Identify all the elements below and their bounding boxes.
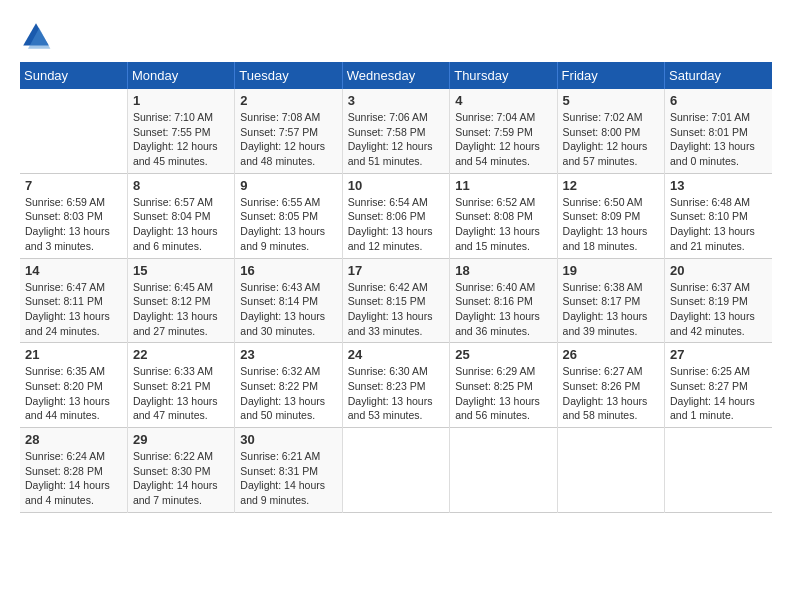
calendar-week-row: 28Sunrise: 6:24 AM Sunset: 8:28 PM Dayli… — [20, 428, 772, 513]
calendar-cell: 21Sunrise: 6:35 AM Sunset: 8:20 PM Dayli… — [20, 343, 127, 428]
day-number: 18 — [455, 263, 551, 278]
day-number: 17 — [348, 263, 444, 278]
calendar-table: SundayMondayTuesdayWednesdayThursdayFrid… — [20, 62, 772, 513]
day-info: Sunrise: 6:57 AM Sunset: 8:04 PM Dayligh… — [133, 195, 229, 254]
header-day-thursday: Thursday — [450, 62, 557, 89]
day-info: Sunrise: 6:22 AM Sunset: 8:30 PM Dayligh… — [133, 449, 229, 508]
calendar-cell: 3Sunrise: 7:06 AM Sunset: 7:58 PM Daylig… — [342, 89, 449, 173]
day-info: Sunrise: 6:37 AM Sunset: 8:19 PM Dayligh… — [670, 280, 767, 339]
day-number: 4 — [455, 93, 551, 108]
day-number: 7 — [25, 178, 122, 193]
calendar-cell: 22Sunrise: 6:33 AM Sunset: 8:21 PM Dayli… — [127, 343, 234, 428]
day-info: Sunrise: 6:40 AM Sunset: 8:16 PM Dayligh… — [455, 280, 551, 339]
day-info: Sunrise: 6:42 AM Sunset: 8:15 PM Dayligh… — [348, 280, 444, 339]
calendar-week-row: 7Sunrise: 6:59 AM Sunset: 8:03 PM Daylig… — [20, 173, 772, 258]
day-number: 8 — [133, 178, 229, 193]
calendar-header-row: SundayMondayTuesdayWednesdayThursdayFrid… — [20, 62, 772, 89]
day-number: 25 — [455, 347, 551, 362]
day-number: 23 — [240, 347, 336, 362]
calendar-cell: 8Sunrise: 6:57 AM Sunset: 8:04 PM Daylig… — [127, 173, 234, 258]
calendar-cell: 16Sunrise: 6:43 AM Sunset: 8:14 PM Dayli… — [235, 258, 342, 343]
day-info: Sunrise: 7:02 AM Sunset: 8:00 PM Dayligh… — [563, 110, 659, 169]
calendar-cell — [665, 428, 772, 513]
calendar-cell: 14Sunrise: 6:47 AM Sunset: 8:11 PM Dayli… — [20, 258, 127, 343]
calendar-cell: 30Sunrise: 6:21 AM Sunset: 8:31 PM Dayli… — [235, 428, 342, 513]
calendar-week-row: 14Sunrise: 6:47 AM Sunset: 8:11 PM Dayli… — [20, 258, 772, 343]
day-number: 22 — [133, 347, 229, 362]
calendar-cell: 1Sunrise: 7:10 AM Sunset: 7:55 PM Daylig… — [127, 89, 234, 173]
day-info: Sunrise: 6:52 AM Sunset: 8:08 PM Dayligh… — [455, 195, 551, 254]
calendar-cell: 27Sunrise: 6:25 AM Sunset: 8:27 PM Dayli… — [665, 343, 772, 428]
calendar-cell: 12Sunrise: 6:50 AM Sunset: 8:09 PM Dayli… — [557, 173, 664, 258]
day-number: 5 — [563, 93, 659, 108]
day-info: Sunrise: 6:55 AM Sunset: 8:05 PM Dayligh… — [240, 195, 336, 254]
day-number: 21 — [25, 347, 122, 362]
header-day-tuesday: Tuesday — [235, 62, 342, 89]
calendar-week-row: 1Sunrise: 7:10 AM Sunset: 7:55 PM Daylig… — [20, 89, 772, 173]
day-number: 26 — [563, 347, 659, 362]
day-number: 27 — [670, 347, 767, 362]
day-info: Sunrise: 6:59 AM Sunset: 8:03 PM Dayligh… — [25, 195, 122, 254]
header-day-friday: Friday — [557, 62, 664, 89]
calendar-cell: 4Sunrise: 7:04 AM Sunset: 7:59 PM Daylig… — [450, 89, 557, 173]
calendar-cell — [450, 428, 557, 513]
calendar-cell: 26Sunrise: 6:27 AM Sunset: 8:26 PM Dayli… — [557, 343, 664, 428]
header-day-monday: Monday — [127, 62, 234, 89]
day-number: 20 — [670, 263, 767, 278]
day-number: 29 — [133, 432, 229, 447]
day-number: 13 — [670, 178, 767, 193]
day-info: Sunrise: 6:25 AM Sunset: 8:27 PM Dayligh… — [670, 364, 767, 423]
day-info: Sunrise: 6:32 AM Sunset: 8:22 PM Dayligh… — [240, 364, 336, 423]
calendar-week-row: 21Sunrise: 6:35 AM Sunset: 8:20 PM Dayli… — [20, 343, 772, 428]
day-number: 30 — [240, 432, 336, 447]
day-number: 9 — [240, 178, 336, 193]
header-day-wednesday: Wednesday — [342, 62, 449, 89]
day-info: Sunrise: 6:54 AM Sunset: 8:06 PM Dayligh… — [348, 195, 444, 254]
calendar-cell: 11Sunrise: 6:52 AM Sunset: 8:08 PM Dayli… — [450, 173, 557, 258]
day-number: 15 — [133, 263, 229, 278]
day-number: 12 — [563, 178, 659, 193]
calendar-cell — [557, 428, 664, 513]
day-info: Sunrise: 7:06 AM Sunset: 7:58 PM Dayligh… — [348, 110, 444, 169]
day-number: 2 — [240, 93, 336, 108]
day-info: Sunrise: 7:08 AM Sunset: 7:57 PM Dayligh… — [240, 110, 336, 169]
day-info: Sunrise: 6:43 AM Sunset: 8:14 PM Dayligh… — [240, 280, 336, 339]
day-number: 14 — [25, 263, 122, 278]
calendar-cell: 6Sunrise: 7:01 AM Sunset: 8:01 PM Daylig… — [665, 89, 772, 173]
logo — [20, 20, 56, 52]
calendar-cell: 28Sunrise: 6:24 AM Sunset: 8:28 PM Dayli… — [20, 428, 127, 513]
calendar-cell — [20, 89, 127, 173]
day-info: Sunrise: 6:30 AM Sunset: 8:23 PM Dayligh… — [348, 364, 444, 423]
day-info: Sunrise: 6:47 AM Sunset: 8:11 PM Dayligh… — [25, 280, 122, 339]
day-info: Sunrise: 6:29 AM Sunset: 8:25 PM Dayligh… — [455, 364, 551, 423]
day-number: 10 — [348, 178, 444, 193]
calendar-cell: 17Sunrise: 6:42 AM Sunset: 8:15 PM Dayli… — [342, 258, 449, 343]
day-number: 19 — [563, 263, 659, 278]
day-number: 16 — [240, 263, 336, 278]
calendar-cell: 10Sunrise: 6:54 AM Sunset: 8:06 PM Dayli… — [342, 173, 449, 258]
calendar-cell: 20Sunrise: 6:37 AM Sunset: 8:19 PM Dayli… — [665, 258, 772, 343]
day-info: Sunrise: 6:48 AM Sunset: 8:10 PM Dayligh… — [670, 195, 767, 254]
calendar-cell: 29Sunrise: 6:22 AM Sunset: 8:30 PM Dayli… — [127, 428, 234, 513]
calendar-cell: 2Sunrise: 7:08 AM Sunset: 7:57 PM Daylig… — [235, 89, 342, 173]
day-info: Sunrise: 6:21 AM Sunset: 8:31 PM Dayligh… — [240, 449, 336, 508]
header-day-saturday: Saturday — [665, 62, 772, 89]
calendar-cell — [342, 428, 449, 513]
day-info: Sunrise: 7:04 AM Sunset: 7:59 PM Dayligh… — [455, 110, 551, 169]
day-info: Sunrise: 6:38 AM Sunset: 8:17 PM Dayligh… — [563, 280, 659, 339]
day-info: Sunrise: 6:27 AM Sunset: 8:26 PM Dayligh… — [563, 364, 659, 423]
calendar-cell: 5Sunrise: 7:02 AM Sunset: 8:00 PM Daylig… — [557, 89, 664, 173]
day-info: Sunrise: 6:35 AM Sunset: 8:20 PM Dayligh… — [25, 364, 122, 423]
calendar-cell: 23Sunrise: 6:32 AM Sunset: 8:22 PM Dayli… — [235, 343, 342, 428]
day-number: 3 — [348, 93, 444, 108]
day-number: 1 — [133, 93, 229, 108]
day-info: Sunrise: 7:01 AM Sunset: 8:01 PM Dayligh… — [670, 110, 767, 169]
day-number: 6 — [670, 93, 767, 108]
day-info: Sunrise: 6:33 AM Sunset: 8:21 PM Dayligh… — [133, 364, 229, 423]
calendar-cell: 13Sunrise: 6:48 AM Sunset: 8:10 PM Dayli… — [665, 173, 772, 258]
calendar-cell: 9Sunrise: 6:55 AM Sunset: 8:05 PM Daylig… — [235, 173, 342, 258]
day-number: 24 — [348, 347, 444, 362]
day-number: 11 — [455, 178, 551, 193]
logo-icon — [20, 20, 52, 52]
calendar-cell: 18Sunrise: 6:40 AM Sunset: 8:16 PM Dayli… — [450, 258, 557, 343]
